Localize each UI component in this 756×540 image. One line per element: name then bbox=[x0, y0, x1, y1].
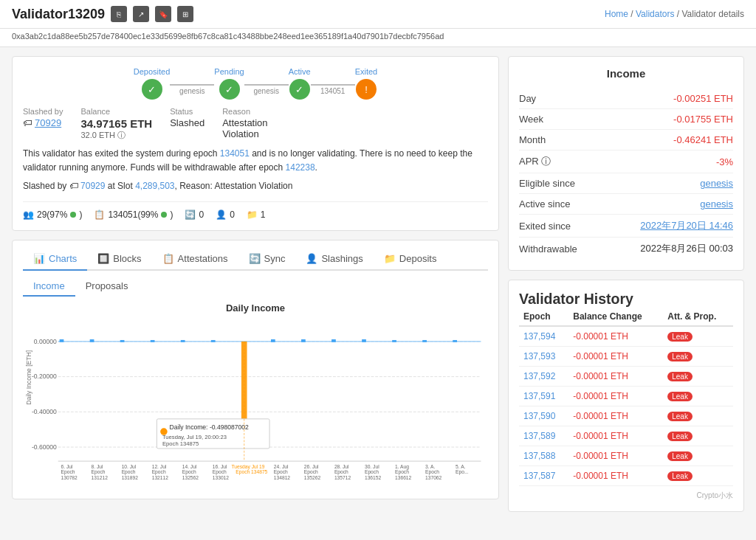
bookmark-icon[interactable]: 🔖 bbox=[155, 6, 171, 22]
blocks-dot bbox=[161, 212, 167, 218]
status-value: Slashed bbox=[170, 117, 205, 128]
stat-sync: 🔄 0 bbox=[185, 210, 204, 220]
slash-icon: 🏷 bbox=[69, 181, 78, 191]
step-active-circle: ✓ bbox=[289, 79, 310, 100]
balance-change-cell: -0.00001 ETH bbox=[568, 466, 663, 486]
eligible-label: Eligible since bbox=[519, 178, 575, 189]
slot-link[interactable]: 4,289,503 bbox=[135, 181, 174, 191]
active-value[interactable]: genesis bbox=[700, 198, 733, 210]
table-row: 137,587 -0.00001 ETH Leak bbox=[519, 466, 733, 486]
tab-blocks[interactable]: 🔲 Blocks bbox=[87, 248, 151, 271]
att-prop-cell: Leak bbox=[663, 387, 733, 406]
slashed-by-group: Slashed by 🏷 70929 bbox=[23, 107, 63, 128]
history-table: Epoch Balance Change Att. & Prop. 137,59… bbox=[519, 308, 733, 486]
svg-text:Tuesday, Jul 19, 20:00:23: Tuesday, Jul 19, 20:00:23 bbox=[162, 433, 227, 440]
sub-tabs: Income Proposals bbox=[23, 271, 488, 297]
slash-validator-link[interactable]: 70929 bbox=[80, 181, 105, 191]
epoch-link-134051[interactable]: 134051 bbox=[220, 148, 250, 159]
epoch-cell[interactable]: 137,587 bbox=[519, 466, 568, 486]
tab-charts[interactable]: 📊 Charts bbox=[23, 248, 87, 271]
table-row: 137,591 -0.00001 ETH Leak bbox=[519, 387, 733, 406]
svg-text:132562: 132562 bbox=[182, 475, 199, 480]
breadcrumb-home[interactable]: Home bbox=[605, 9, 628, 19]
validator-info-row: Slashed by 🏷 70929 Balance 34.97165 ETH … bbox=[23, 107, 488, 141]
step-pending: Pending ✓ bbox=[214, 67, 244, 101]
active-label: Active since bbox=[519, 198, 570, 210]
tab-deposits[interactable]: 📁 Deposits bbox=[374, 248, 447, 271]
epoch-cell[interactable]: 137,591 bbox=[519, 387, 568, 406]
external-link-icon[interactable]: ↗ bbox=[133, 6, 149, 22]
connector-1: genesis bbox=[170, 74, 214, 95]
epoch-cell[interactable]: 137,589 bbox=[519, 426, 568, 446]
step-exited-label: Exited bbox=[355, 67, 378, 76]
left-panel: Deposited ✓ genesis Pending ✓ genesis bbox=[12, 56, 499, 512]
tab-sync[interactable]: 🔄 Sync bbox=[238, 248, 296, 271]
validator-status-card: Deposited ✓ genesis Pending ✓ genesis bbox=[12, 56, 499, 231]
eligible-value[interactable]: genesis bbox=[700, 178, 733, 189]
svg-text:12. Jul: 12. Jul bbox=[152, 463, 167, 468]
tab-slashings[interactable]: 👤 Slashings bbox=[295, 248, 373, 271]
stat-blocks: 📋 134051(99% ) bbox=[94, 210, 173, 220]
table-row: 137,589 -0.00001 ETH Leak bbox=[519, 426, 733, 446]
subtab-proposals[interactable]: Proposals bbox=[75, 277, 139, 297]
epoch-cell[interactable]: 137,590 bbox=[519, 406, 568, 426]
svg-rect-24 bbox=[453, 340, 457, 342]
exited-value[interactable]: 2022年7月20日 14:46 bbox=[640, 219, 733, 232]
att-prop-cell: Leak bbox=[663, 466, 733, 486]
validator-title: Validator13209 bbox=[12, 7, 105, 22]
copy-icon[interactable]: ⎘ bbox=[111, 6, 127, 22]
step-pending-label: Pending bbox=[214, 67, 244, 76]
validator-title-group: Validator13209 ⎘ ↗ 🔖 ⊞ bbox=[12, 6, 193, 22]
slashed-by-label: Slashed by bbox=[23, 107, 63, 116]
grid-icon[interactable]: ⊞ bbox=[177, 6, 193, 22]
svg-text:26. Jul: 26. Jul bbox=[304, 463, 319, 468]
balance-change-cell: -0.00001 ETH bbox=[568, 367, 663, 387]
att-prop-cell: Leak bbox=[663, 446, 733, 466]
epoch-cell[interactable]: 137,594 bbox=[519, 326, 568, 347]
svg-text:136152: 136152 bbox=[365, 475, 382, 480]
svg-rect-23 bbox=[422, 340, 427, 342]
watermark: Crypto小水 bbox=[519, 491, 733, 501]
epoch-cell[interactable]: 137,593 bbox=[519, 347, 568, 367]
svg-text:132112: 132112 bbox=[152, 475, 169, 480]
svg-text:24. Jul: 24. Jul bbox=[274, 463, 289, 468]
breadcrumb-current: Validator details bbox=[682, 9, 745, 19]
attestations-dot bbox=[70, 212, 76, 218]
charts-icon: 📊 bbox=[33, 253, 45, 264]
col-balance-change: Balance Change bbox=[568, 308, 663, 326]
tab-attestations[interactable]: 📋 Attestations bbox=[152, 248, 238, 271]
svg-text:14. Jul: 14. Jul bbox=[182, 463, 197, 468]
svg-text:135262: 135262 bbox=[304, 475, 321, 480]
status-label: Status bbox=[170, 107, 205, 116]
slashed-icon: 🏷 bbox=[23, 117, 32, 128]
chart-inner: Daily Income Daily Income [ETH] 0.00000 … bbox=[13, 302, 498, 499]
subtab-income[interactable]: Income bbox=[23, 277, 75, 297]
top-bar: Validator13209 ⎘ ↗ 🔖 ⊞ Home / Validators… bbox=[0, 0, 756, 29]
svg-text:30. Jul: 30. Jul bbox=[365, 463, 379, 468]
slashings-tab-icon: 👤 bbox=[306, 253, 317, 264]
step-exited-circle: ! bbox=[356, 79, 377, 100]
svg-rect-19 bbox=[301, 339, 306, 342]
svg-rect-20 bbox=[331, 339, 336, 342]
step-deposited-circle: ✓ bbox=[142, 79, 162, 100]
svg-text:Epoch 134875: Epoch 134875 bbox=[162, 440, 199, 447]
epoch-link-142238[interactable]: 142238 bbox=[286, 162, 315, 173]
income-row-apr: APR ⓘ -3% bbox=[519, 150, 733, 173]
day-label: Day bbox=[519, 93, 536, 104]
epoch-cell[interactable]: 137,592 bbox=[519, 367, 568, 387]
att-prop-cell: Leak bbox=[663, 326, 733, 347]
income-title: Income bbox=[519, 67, 733, 80]
income-row-week: Week -0.01755 ETH bbox=[519, 109, 733, 130]
attestations-icon: 👥 bbox=[23, 210, 34, 220]
breadcrumb-validators[interactable]: Validators bbox=[636, 9, 674, 19]
withdrawable-label: Withdrawable bbox=[519, 243, 577, 255]
apr-value: -3% bbox=[716, 156, 733, 167]
epoch-cell[interactable]: 137,588 bbox=[519, 446, 568, 466]
svg-text:3. A.: 3. A. bbox=[425, 463, 435, 468]
balance-change-cell: -0.00001 ETH bbox=[568, 326, 663, 347]
svg-text:135712: 135712 bbox=[334, 475, 351, 480]
blocks-icon: 📋 bbox=[94, 210, 105, 220]
svg-text:134812: 134812 bbox=[274, 475, 291, 480]
slashed-by-link[interactable]: 70929 bbox=[35, 117, 61, 128]
svg-rect-11 bbox=[60, 339, 64, 342]
